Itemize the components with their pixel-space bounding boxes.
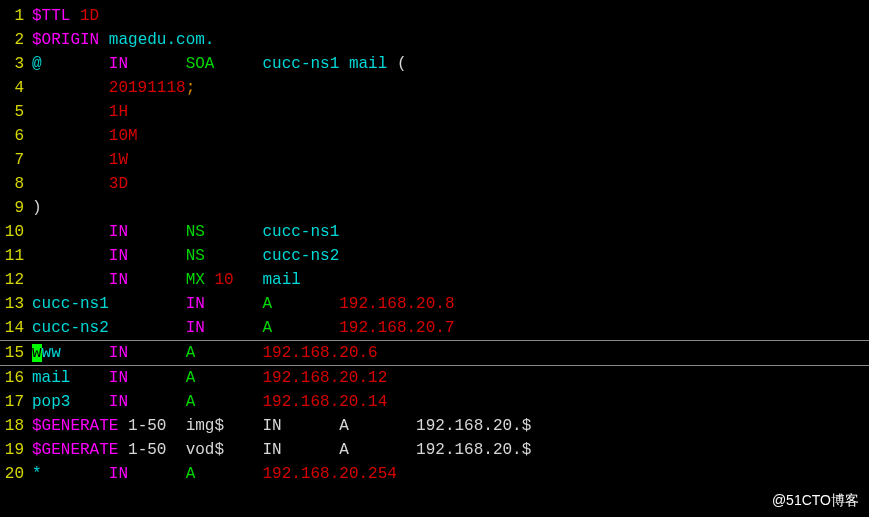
code-token: ( (387, 55, 406, 73)
code-token (32, 223, 109, 241)
code-token (128, 55, 186, 73)
code-line[interactable]: 8 3D (0, 172, 869, 196)
code-token: magedu.com. (109, 31, 215, 49)
code-token: ww (42, 344, 61, 362)
code-line[interactable]: 14cucc-ns2 IN A 192.168.20.7 (0, 316, 869, 340)
line-content[interactable]: $TTL 1D (32, 4, 869, 28)
line-number: 9 (0, 196, 32, 220)
code-token: cucc-ns1 mail (262, 55, 387, 73)
code-line[interactable]: 17pop3 IN A 192.168.20.14 (0, 390, 869, 414)
line-number: 3 (0, 52, 32, 76)
code-token: 20191118 (109, 79, 186, 97)
code-line[interactable]: 9) (0, 196, 869, 220)
code-token (109, 295, 186, 313)
line-content[interactable]: 10M (32, 124, 869, 148)
code-token (128, 393, 186, 411)
code-line[interactable]: 5 1H (0, 100, 869, 124)
code-line[interactable]: 3@ IN SOA cucc-ns1 mail ( (0, 52, 869, 76)
code-token (61, 344, 109, 362)
code-token (32, 175, 109, 193)
code-token (195, 369, 262, 387)
line-content[interactable]: pop3 IN A 192.168.20.14 (32, 390, 869, 414)
line-content[interactable]: @ IN SOA cucc-ns1 mail ( (32, 52, 869, 76)
line-content[interactable]: IN NS cucc-ns2 (32, 244, 869, 268)
code-token: NS (186, 223, 205, 241)
code-editor[interactable]: 1$TTL 1D2$ORIGIN magedu.com.3@ IN SOA cu… (0, 0, 869, 490)
code-line[interactable]: 13cucc-ns1 IN A 192.168.20.8 (0, 292, 869, 316)
code-line[interactable]: 15www IN A 192.168.20.6 (0, 340, 869, 366)
code-token (195, 344, 262, 362)
line-content[interactable]: 1H (32, 100, 869, 124)
line-content[interactable]: IN MX 10 mail (32, 268, 869, 292)
line-content[interactable]: * IN A 192.168.20.254 (32, 462, 869, 486)
code-line[interactable]: 6 10M (0, 124, 869, 148)
code-token: A (186, 465, 196, 483)
code-token (195, 393, 262, 411)
line-content[interactable]: IN NS cucc-ns1 (32, 220, 869, 244)
watermark: @51CTO博客 (772, 490, 859, 511)
code-token: ) (32, 199, 42, 217)
code-line[interactable]: 12 IN MX 10 mail (0, 268, 869, 292)
code-token: IN (109, 369, 128, 387)
line-content[interactable]: cucc-ns2 IN A 192.168.20.7 (32, 316, 869, 340)
code-line[interactable]: 19$GENERATE 1-50 vod$ IN A 192.168.20.$ (0, 438, 869, 462)
code-token (32, 247, 109, 265)
line-content[interactable]: $GENERATE 1-50 vod$ IN A 192.168.20.$ (32, 438, 869, 462)
line-number: 18 (0, 414, 32, 438)
line-number: 14 (0, 316, 32, 340)
code-token (214, 55, 262, 73)
line-number: 6 (0, 124, 32, 148)
code-token (128, 247, 186, 265)
line-content[interactable]: $GENERATE 1-50 img$ IN A 192.168.20.$ (32, 414, 869, 438)
code-token: 1H (109, 103, 128, 121)
code-line[interactable]: 20* IN A 192.168.20.254 (0, 462, 869, 486)
code-token (128, 465, 186, 483)
code-token: 192.168.20.12 (262, 369, 387, 387)
code-line[interactable]: 10 IN NS cucc-ns1 (0, 220, 869, 244)
code-token: 192.168.20.254 (262, 465, 396, 483)
code-token (128, 344, 186, 362)
code-line[interactable]: 4 20191118; (0, 76, 869, 100)
code-line[interactable]: 7 1W (0, 148, 869, 172)
code-token (205, 319, 263, 337)
line-content[interactable]: www IN A 192.168.20.6 (32, 341, 869, 365)
code-line[interactable]: 2$ORIGIN magedu.com. (0, 28, 869, 52)
code-token: 192.168.20.14 (262, 393, 387, 411)
line-number: 17 (0, 390, 32, 414)
code-line[interactable]: 18$GENERATE 1-50 img$ IN A 192.168.20.$ (0, 414, 869, 438)
code-token: A (262, 319, 272, 337)
code-token: IN (109, 271, 128, 289)
code-token: 1W (109, 151, 128, 169)
line-number: 2 (0, 28, 32, 52)
code-line[interactable]: 1$TTL 1D (0, 4, 869, 28)
line-content[interactable]: $ORIGIN magedu.com. (32, 28, 869, 52)
code-token: IN (109, 55, 128, 73)
code-token: IN (109, 344, 128, 362)
code-line[interactable]: 16mail IN A 192.168.20.12 (0, 366, 869, 390)
line-content[interactable]: mail IN A 192.168.20.12 (32, 366, 869, 390)
code-token (70, 393, 108, 411)
code-token (32, 79, 109, 97)
line-content[interactable]: 3D (32, 172, 869, 196)
code-token: $GENERATE (32, 441, 118, 459)
code-line[interactable]: 11 IN NS cucc-ns2 (0, 244, 869, 268)
line-number: 12 (0, 268, 32, 292)
code-token: @ (32, 55, 42, 73)
code-token: NS (186, 247, 205, 265)
code-token: * (32, 465, 42, 483)
line-content[interactable]: 20191118; (32, 76, 869, 100)
code-token: $ORIGIN (32, 31, 99, 49)
line-content[interactable]: ) (32, 196, 869, 220)
code-token (234, 271, 263, 289)
code-token: 192.168.20.6 (262, 344, 377, 362)
code-token: SOA (186, 55, 215, 73)
line-content[interactable]: 1W (32, 148, 869, 172)
code-token: IN (109, 247, 128, 265)
code-token: 1-50 img$ IN A 192.168.20.$ (118, 417, 531, 435)
line-number: 7 (0, 148, 32, 172)
line-number: 10 (0, 220, 32, 244)
code-token: ; (186, 79, 196, 97)
code-token (32, 103, 109, 121)
code-token: 192.168.20.8 (339, 295, 454, 313)
line-content[interactable]: cucc-ns1 IN A 192.168.20.8 (32, 292, 869, 316)
